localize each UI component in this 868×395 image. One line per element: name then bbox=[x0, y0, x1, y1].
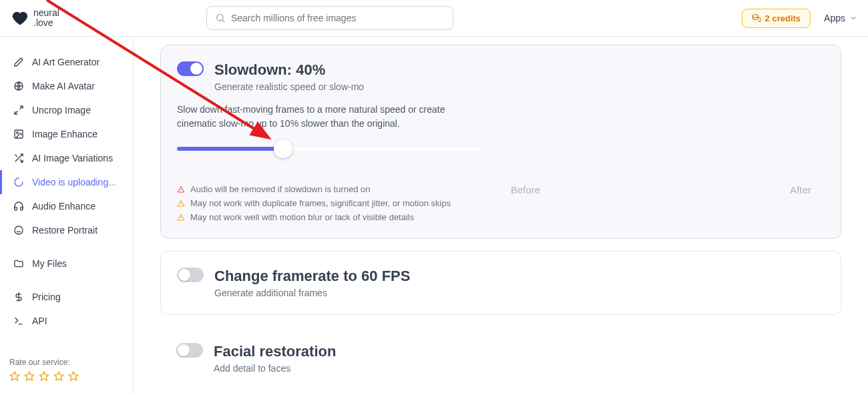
slowdown-toggle[interactable] bbox=[177, 61, 204, 76]
headphones-icon bbox=[13, 201, 24, 212]
slowdown-card: Slowdown: 40% Generate realistic speed o… bbox=[160, 45, 841, 239]
apps-label: Apps bbox=[824, 13, 845, 23]
svg-point-4 bbox=[752, 15, 758, 18]
warning-item: May not work well with motion blur or la… bbox=[177, 212, 471, 222]
svg-point-7 bbox=[17, 132, 19, 134]
sidebar-item-variations[interactable]: AI Image Variations bbox=[0, 146, 133, 170]
search-icon bbox=[215, 13, 226, 23]
before-label: Before bbox=[511, 184, 540, 195]
coins-icon bbox=[752, 13, 761, 23]
smile-icon bbox=[13, 225, 24, 236]
credits-label: 2 credits bbox=[765, 13, 801, 23]
credits-button[interactable]: 2 credits bbox=[742, 9, 811, 28]
globe-icon bbox=[13, 81, 24, 91]
sidebar-item-audio-enhance[interactable]: Audio Enhance bbox=[0, 194, 133, 218]
sidebar-item-video-upload[interactable]: Video is uploading... bbox=[0, 170, 133, 194]
svg-point-2 bbox=[217, 15, 223, 21]
sidebar: AI Art Generator Make AI Avatar Uncrop I… bbox=[0, 37, 134, 395]
star-icon[interactable] bbox=[9, 371, 20, 382]
star-icon[interactable] bbox=[53, 371, 64, 382]
sidebar-item-image-enhance[interactable]: Image Enhance bbox=[0, 122, 133, 146]
sidebar-item-my-files[interactable]: My Files bbox=[0, 252, 133, 276]
slowdown-title: Slowdown: 40% bbox=[214, 61, 825, 79]
framerate-title: Change framerate to 60 FPS bbox=[214, 268, 825, 285]
framerate-subtitle: Generate additional frames bbox=[214, 288, 825, 298]
pen-icon bbox=[13, 57, 24, 67]
facial-title: Facial restoration bbox=[214, 343, 825, 360]
alert-icon bbox=[177, 214, 185, 222]
svg-line-3 bbox=[222, 20, 224, 22]
sidebar-item-ai-art[interactable]: AI Art Generator bbox=[0, 50, 133, 74]
terminal-icon bbox=[13, 316, 24, 326]
main-content: Slowdown: 40% Generate realistic speed o… bbox=[134, 37, 868, 395]
alert-icon bbox=[177, 185, 185, 193]
sidebar-item-restore-portrait[interactable]: Restore Portrait bbox=[0, 218, 133, 242]
star-icon[interactable] bbox=[39, 371, 49, 382]
star-icon[interactable] bbox=[68, 371, 79, 382]
after-label: After bbox=[790, 184, 811, 195]
chevron-down-icon bbox=[849, 14, 857, 22]
dollar-icon bbox=[13, 292, 24, 302]
logo-text: neural .love bbox=[33, 8, 59, 29]
sidebar-item-api[interactable]: API bbox=[0, 309, 133, 333]
shuffle-icon bbox=[13, 153, 24, 163]
sidebar-item-uncrop[interactable]: Uncrop Image bbox=[0, 98, 133, 122]
slowdown-subtitle: Generate realistic speed or slow-mo bbox=[214, 81, 825, 92]
framerate-card: Change framerate to 60 FPS Generate addi… bbox=[160, 251, 841, 315]
logo[interactable]: neural .love bbox=[11, 8, 59, 29]
svg-marker-13 bbox=[39, 372, 48, 380]
search-input[interactable] bbox=[206, 6, 453, 30]
sidebar-item-pricing[interactable]: Pricing bbox=[0, 285, 133, 309]
spinner-icon bbox=[13, 177, 24, 187]
slowdown-slider[interactable] bbox=[177, 147, 481, 151]
sidebar-item-avatar[interactable]: Make AI Avatar bbox=[0, 74, 133, 98]
apps-dropdown[interactable]: Apps bbox=[824, 13, 857, 23]
expand-icon bbox=[13, 105, 24, 115]
facial-card: Facial restoration Add detail to faces bbox=[160, 327, 841, 374]
facial-toggle[interactable] bbox=[176, 343, 203, 358]
svg-marker-14 bbox=[54, 372, 63, 380]
image-icon bbox=[13, 129, 24, 139]
alert-icon bbox=[177, 200, 185, 208]
folder-icon bbox=[13, 258, 24, 269]
svg-marker-11 bbox=[10, 372, 19, 380]
facial-subtitle: Add detail to faces bbox=[214, 363, 825, 374]
warning-item: May not work with duplicate frames, sign… bbox=[177, 198, 471, 208]
svg-marker-12 bbox=[25, 372, 33, 380]
logo-icon bbox=[11, 9, 29, 27]
slider-thumb[interactable] bbox=[274, 139, 292, 158]
rating-stars[interactable] bbox=[9, 371, 124, 382]
star-icon[interactable] bbox=[24, 371, 35, 382]
svg-point-8 bbox=[15, 226, 23, 234]
warning-item: Audio will be removed if slowdown is tur… bbox=[177, 184, 471, 194]
framerate-toggle[interactable] bbox=[177, 268, 204, 282]
svg-marker-15 bbox=[69, 372, 77, 380]
rate-label: Rate our service: bbox=[9, 358, 124, 367]
slowdown-description: Slow down fast-moving frames to a more n… bbox=[177, 103, 484, 131]
